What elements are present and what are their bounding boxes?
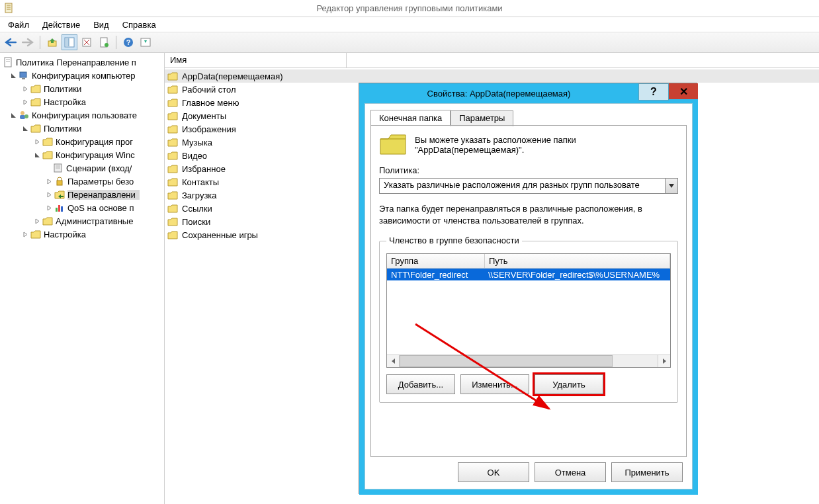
dialog-help-button[interactable]: ? (638, 83, 669, 101)
list-label: AppData(перемещаемая) (182, 71, 283, 81)
tree-root[interactable]: Политика Перенаправление п (0, 56, 164, 69)
tab-target-folder[interactable]: Конечная папка (370, 110, 451, 126)
svg-point-12 (105, 43, 108, 47)
ok-button[interactable]: OK (458, 462, 529, 482)
membership-grid[interactable]: Группа Путь NTT\Folder_redirect \\SERVER… (386, 253, 671, 368)
chart-icon (54, 202, 65, 213)
list-label: Изображения (182, 124, 236, 134)
cell-group: NTT\Folder_redirect (387, 270, 484, 280)
svg-rect-28 (56, 208, 58, 212)
cancel-button[interactable]: Отмена (535, 462, 606, 482)
svg-rect-19 (20, 72, 26, 77)
tree-user-cfg[interactable]: Конфигурация пользовате (0, 108, 164, 122)
titlebar: Редактор управления групповыми политикам… (0, 0, 819, 17)
svg-rect-22 (20, 115, 25, 119)
tree-computer-settings[interactable]: Настройка (0, 95, 164, 108)
tree-software-cfg[interactable]: Конфигурация прог (0, 135, 164, 148)
tree-admin-templates[interactable]: Административные (0, 214, 164, 228)
list-label: Главное меню (182, 98, 239, 108)
help-button[interactable]: ? (120, 34, 136, 50)
folder-icon (167, 99, 178, 107)
dialog-close-button[interactable]: ✕ (669, 83, 698, 99)
tree-security[interactable]: Параметры безо (0, 175, 164, 188)
delete-button[interactable] (79, 34, 95, 50)
nav-back-button[interactable] (3, 34, 19, 50)
col-group[interactable]: Группа (387, 254, 485, 268)
svg-rect-30 (61, 206, 63, 212)
folder-icon (42, 151, 53, 159)
expand-icon[interactable] (21, 230, 29, 238)
expand-icon[interactable] (21, 98, 29, 106)
expand-icon[interactable] (33, 138, 41, 146)
tree-qos[interactable]: QoS на основе п (0, 201, 164, 214)
expand-icon[interactable] (45, 177, 53, 185)
tree-windows-cfg[interactable]: Конфигурация Winc (0, 148, 164, 161)
scroll-left-icon[interactable] (387, 355, 400, 367)
horizontal-scrollbar[interactable] (387, 355, 670, 367)
expand-icon[interactable] (45, 190, 53, 198)
svg-rect-20 (22, 78, 25, 79)
tree-user-policies[interactable]: Политики (0, 122, 164, 135)
menu-action[interactable]: Действие (37, 19, 88, 31)
tree-scripts[interactable]: Сценарии (вход/ (0, 161, 164, 175)
script-icon (53, 163, 64, 173)
column-name[interactable]: Имя (165, 53, 347, 67)
folder-icon (30, 124, 41, 133)
tab-page: Вы можете указать расположение папки "Ap… (370, 125, 687, 457)
tree-label: Политики (44, 124, 81, 134)
menu-file[interactable]: Файл (3, 19, 37, 31)
chevron-down-icon[interactable] (665, 179, 677, 193)
svg-rect-0 (5, 3, 12, 13)
dialog-titlebar-buttons: ? ✕ (638, 83, 698, 101)
grid-body[interactable]: NTT\Folder_redirect \\SERVER\Folder_redi… (387, 269, 670, 355)
expand-icon[interactable] (21, 85, 29, 93)
nav-forward-button[interactable] (20, 34, 36, 50)
add-button[interactable]: Добавить... (386, 374, 455, 394)
dialog-footer-buttons: OK Отмена Применить (458, 462, 683, 482)
folder-large-icon (379, 132, 407, 156)
menu-view[interactable]: Вид (88, 19, 117, 31)
app-window: Редактор управления групповыми политикам… (0, 0, 819, 504)
svg-text:?: ? (126, 38, 131, 46)
svg-rect-29 (58, 205, 60, 212)
menu-help[interactable]: Справка (117, 19, 164, 31)
scroll-track[interactable] (400, 355, 658, 367)
page-icon (3, 57, 13, 67)
grid-row[interactable]: NTT\Folder_redirect \\SERVER\Folder_redi… (387, 269, 670, 280)
folder-icon (167, 72, 178, 81)
tree-computer-cfg[interactable]: Конфигурация компьютер (0, 69, 164, 82)
scroll-thumb[interactable] (400, 355, 613, 367)
apply-button[interactable]: Применить (611, 462, 683, 482)
tree-label: Конфигурация компьютер (32, 71, 135, 81)
collapse-icon[interactable] (21, 124, 29, 132)
folder-icon (42, 217, 53, 226)
tree-label: Конфигурация пользовате (32, 110, 137, 120)
list-label: Музыка (182, 138, 212, 147)
expand-icon[interactable] (33, 217, 41, 225)
collapse-icon[interactable] (9, 111, 17, 119)
edit-button[interactable]: Изменить... (460, 374, 529, 394)
tree-user-settings[interactable]: Настройка (0, 228, 164, 241)
tree-label: Параметры безо (67, 177, 134, 187)
tree-computer-policies[interactable]: Политики (0, 82, 164, 95)
properties-button[interactable] (96, 34, 112, 50)
folder-icon (167, 112, 178, 120)
delete-button[interactable]: Удалить (535, 374, 603, 394)
tab-parameters[interactable]: Параметры (451, 110, 513, 126)
tree-label: Настройка (44, 97, 86, 107)
svg-rect-16 (5, 58, 11, 67)
collapse-icon[interactable] (33, 151, 41, 159)
up-button[interactable] (44, 34, 60, 50)
tree-view-button[interactable] (62, 34, 77, 50)
filter-button[interactable] (138, 34, 153, 50)
list-item[interactable]: AppData(перемещаемая) (165, 69, 819, 83)
expand-icon[interactable] (45, 204, 53, 212)
tree-label: Перенаправлени (67, 190, 140, 200)
folder-icon (167, 85, 178, 94)
policy-combo[interactable]: Указать различные расположения для разны… (379, 178, 678, 194)
collapse-icon[interactable] (9, 71, 17, 79)
tree-panel[interactable]: Политика Перенаправление п Конфигурация … (0, 53, 165, 504)
tree-folder-redirect[interactable]: Перенаправлени (0, 188, 164, 201)
scroll-right-icon[interactable] (658, 355, 670, 367)
col-path[interactable]: Путь (485, 254, 670, 268)
